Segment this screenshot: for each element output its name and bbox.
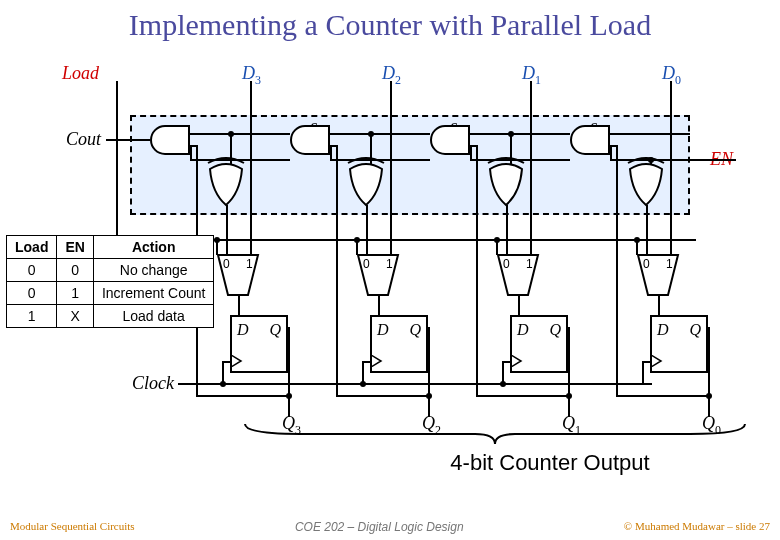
table-row: 00No change	[7, 259, 214, 282]
wire	[670, 81, 672, 255]
footer-right: © Muhamed Mudawar – slide 27	[624, 520, 770, 534]
and-gate	[570, 125, 610, 155]
wire	[610, 147, 612, 161]
junction-dot	[494, 237, 500, 243]
wire	[190, 145, 198, 147]
wire	[116, 81, 118, 241]
wire	[690, 159, 736, 161]
wire	[106, 139, 150, 141]
mux: 0 1	[498, 255, 534, 299]
wire	[330, 145, 338, 147]
th-load: Load	[7, 236, 57, 259]
wire	[470, 133, 570, 135]
wire	[610, 145, 618, 147]
mux: 0 1	[218, 255, 254, 299]
and-gate	[430, 125, 470, 155]
wire	[288, 327, 290, 417]
wire	[518, 295, 520, 315]
and-gate	[290, 125, 330, 155]
wire	[230, 133, 232, 165]
wire	[470, 145, 478, 147]
footer: Modular Sequential Circuits COE 202 – Di…	[0, 520, 780, 534]
th-en: EN	[57, 236, 93, 259]
wire	[502, 361, 510, 363]
wire	[476, 395, 570, 397]
wire	[646, 205, 648, 255]
d-flipflop: DQ	[650, 315, 708, 373]
xor-gate	[628, 165, 664, 195]
wire	[616, 395, 710, 397]
junction-dot	[220, 381, 226, 387]
junction-dot	[214, 237, 220, 243]
wire	[238, 295, 240, 315]
page-title: Implementing a Counter with Parallel Loa…	[0, 0, 780, 50]
wire	[708, 327, 710, 417]
d-flipflop: DQ	[230, 315, 288, 373]
xor-gate	[488, 165, 524, 195]
footer-center: COE 202 – Digital Logic Design	[295, 520, 464, 534]
wire	[366, 205, 368, 255]
wire	[642, 361, 650, 363]
wire	[530, 81, 532, 255]
wire	[222, 361, 224, 383]
junction-dot	[360, 381, 366, 387]
wire	[336, 145, 338, 397]
truth-table: Load EN Action 00No change 01Increment C…	[6, 235, 214, 328]
wire	[226, 205, 228, 255]
wire	[250, 81, 252, 255]
wire	[330, 133, 430, 135]
wire	[502, 361, 504, 383]
wire	[428, 327, 430, 417]
junction-dot	[566, 393, 572, 399]
xor-gate	[348, 165, 384, 195]
wire	[370, 133, 372, 165]
output-brace	[240, 420, 750, 450]
wire	[616, 145, 618, 397]
footer-left: Modular Sequential Circuits	[10, 520, 135, 534]
and-gate	[150, 125, 190, 155]
output-label: 4-bit Counter Output	[400, 450, 700, 476]
wire	[568, 327, 570, 417]
wire	[642, 361, 644, 383]
wire	[510, 133, 512, 165]
mux: 0 1	[358, 255, 394, 299]
table-row: 01Increment Count	[7, 282, 214, 305]
wire	[196, 395, 290, 397]
wire	[476, 145, 478, 397]
wire	[178, 383, 652, 385]
junction-dot	[634, 237, 640, 243]
mux: 0 1	[638, 255, 674, 299]
wire	[222, 361, 230, 363]
load-label: Load	[62, 63, 99, 84]
d-flipflop: DQ	[370, 315, 428, 373]
junction-dot	[500, 381, 506, 387]
th-action: Action	[93, 236, 214, 259]
wire	[658, 295, 660, 315]
wire	[190, 133, 290, 135]
wire	[362, 361, 364, 383]
junction-dot	[354, 237, 360, 243]
wire	[378, 295, 380, 315]
wire	[330, 147, 332, 161]
table-row: 1XLoad data	[7, 305, 214, 328]
wire	[506, 205, 508, 255]
junction-dot	[286, 393, 292, 399]
wire	[610, 133, 690, 135]
wire	[470, 147, 472, 161]
d-flipflop: DQ	[510, 315, 568, 373]
cout-label: Cout	[66, 129, 101, 150]
wire	[288, 327, 290, 329]
xor-gate	[208, 165, 244, 195]
clock-label: Clock	[132, 373, 174, 394]
junction-dot	[426, 393, 432, 399]
junction-dot	[706, 393, 712, 399]
wire	[190, 147, 192, 161]
wire	[336, 395, 430, 397]
wire	[362, 361, 370, 363]
wire	[390, 81, 392, 255]
